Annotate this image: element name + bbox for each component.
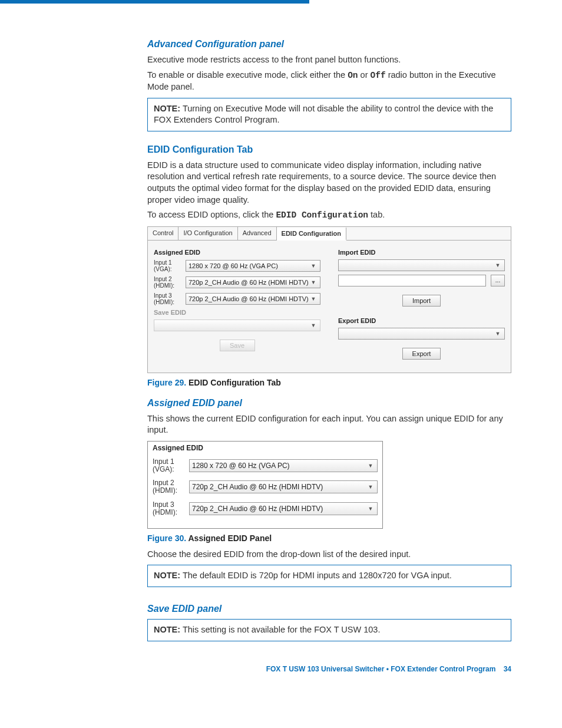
- right-column: Import EDID ▼ ... Import Export EDID: [338, 245, 505, 360]
- figure29-screenshot: Control I/O Configuration Advanced EDID …: [147, 226, 511, 373]
- panel30-dropdown-input3[interactable]: 720p 2_CH Audio @ 60 Hz (HDMI HDTV) ▼: [189, 502, 378, 515]
- panel30-label-input1: Input 1 (VGA):: [153, 458, 184, 473]
- text-edid-p2: To access EDID options, click the EDID C…: [147, 209, 511, 222]
- literal-edid-config: EDID Configuration: [276, 210, 368, 220]
- chevron-down-icon: ▼: [366, 484, 375, 490]
- export-button[interactable]: Export: [402, 348, 441, 360]
- chevron-down-icon: ▼: [309, 263, 318, 269]
- row-input1: Input 1 (VGA): 1280 x 720 @ 60 Hz (VGA P…: [154, 259, 320, 272]
- chevron-down-icon: ▼: [309, 322, 318, 328]
- panel30-row-input1: Input 1 (VGA): 1280 x 720 @ 60 Hz (VGA P…: [153, 458, 378, 473]
- note-label: NOTE:: [154, 104, 180, 113]
- note1-text: Turning on Executive Mode will not disab…: [154, 104, 493, 125]
- chevron-down-icon: ▼: [309, 279, 318, 285]
- group-export-edid: Export EDID: [338, 317, 505, 324]
- chevron-down-icon: ▼: [309, 296, 318, 302]
- chevron-down-icon: ▼: [494, 331, 502, 337]
- chevron-down-icon: ▼: [494, 262, 502, 268]
- panel30-dropdown-input1-value: 1280 x 720 @ 60 Hz (VGA PC): [192, 462, 366, 470]
- figure29-title: EDID Configuration Tab: [186, 378, 281, 387]
- browse-button[interactable]: ...: [491, 275, 505, 286]
- panel30-label-input2: Input 2 (HDMI):: [153, 479, 184, 495]
- figure29-number: Figure 29.: [147, 378, 186, 387]
- save-button: Save: [220, 340, 255, 351]
- page-content: Advanced Configuration panel Executive m…: [0, 39, 562, 697]
- text-adv-p2: To enable or disable executive mode, cli…: [147, 70, 511, 93]
- save-button-row: Save: [154, 340, 320, 351]
- label-input3: Input 3 (HDMI):: [154, 292, 181, 305]
- left-column: Assigned EDID Input 1 (VGA): 1280 x 720 …: [154, 245, 320, 360]
- dropdown-input3-value: 720p 2_CH Audio @ 60 Hz (HDMI HDTV): [189, 295, 309, 302]
- literal-off: Off: [371, 71, 386, 80]
- window-body: Assigned EDID Input 1 (VGA): 1280 x 720 …: [148, 241, 511, 373]
- text-adv-p2-a: To enable or disable executive mode, cli…: [147, 70, 348, 80]
- input-import-path[interactable]: [338, 275, 486, 286]
- heading-assigned-edid-panel: Assigned EDID panel: [147, 398, 511, 409]
- group-import-edid: Import EDID: [338, 249, 505, 256]
- dropdown-save-edid: ▼: [154, 319, 320, 331]
- note-default-edid: NOTE: The default EDID is 720p for HDMI …: [147, 565, 511, 587]
- footer-product: FOX T USW 103 Universal Switcher • FOX E…: [266, 665, 496, 673]
- panel30-dropdown-input2-value: 720p 2_CH Audio @ 60 Hz (HDMI HDTV): [192, 483, 366, 491]
- group-save-edid: Save EDID: [154, 309, 320, 316]
- import-button[interactable]: Import: [402, 295, 441, 307]
- row-save-combo: ▼: [154, 319, 320, 331]
- row-import-path: ...: [338, 275, 505, 286]
- text-assigned-p1: This shows the current EDID configuratio…: [147, 413, 511, 436]
- heading-save-edid-panel: Save EDID panel: [147, 604, 511, 614]
- tab-bar: Control I/O Configuration Advanced EDID …: [148, 227, 511, 241]
- row-export-combo: ▼: [338, 328, 505, 340]
- text-edid-p1: EDID is a data structure used to communi…: [147, 160, 511, 206]
- chevron-down-icon: ▼: [366, 463, 375, 469]
- tab-control[interactable]: Control: [148, 227, 178, 240]
- heading-edid-config-tab: EDID Configuration Tab: [147, 144, 511, 155]
- row-input2: Input 2 (HDMI): 720p 2_CH Audio @ 60 Hz …: [154, 276, 320, 289]
- label-input1: Input 1 (VGA):: [154, 259, 181, 272]
- tab-edid-configuration[interactable]: EDID Configuration: [277, 228, 346, 241]
- label-input2: Input 2 (HDMI):: [154, 276, 181, 289]
- panel30-row-input3: Input 3 (HDMI): 720p 2_CH Audio @ 60 Hz …: [153, 501, 378, 516]
- footer-page-number: 34: [504, 665, 511, 673]
- chevron-down-icon: ▼: [366, 506, 375, 512]
- text-edid-p2-a: To access EDID options, click the: [147, 210, 276, 219]
- figure30-number: Figure 30.: [147, 533, 186, 543]
- text-edid-p2-b: tab.: [368, 210, 385, 219]
- row-input3: Input 3 (HDMI): 720p 2_CH Audio @ 60 Hz …: [154, 292, 320, 305]
- note-label: NOTE:: [154, 571, 180, 580]
- figure30-title: Assigned EDID Panel: [186, 533, 272, 543]
- page-footer: FOX T USW 103 Universal Switcher • FOX E…: [147, 665, 511, 673]
- note-save-na: NOTE: This setting is not available for …: [147, 619, 511, 641]
- literal-on: On: [348, 71, 358, 80]
- figure29-caption: Figure 29. EDID Configuration Tab: [147, 378, 511, 387]
- panel30-dropdown-input1[interactable]: 1280 x 720 @ 60 Hz (VGA PC) ▼: [189, 459, 378, 472]
- text-adv-p1: Executive mode restricts access to the f…: [147, 54, 511, 66]
- heading-advanced-config: Advanced Configuration panel: [147, 39, 511, 50]
- row-import-combo: ▼: [338, 259, 505, 271]
- figure30-panel: Assigned EDID Input 1 (VGA): 1280 x 720 …: [147, 441, 383, 529]
- header-rule: [0, 0, 309, 4]
- tab-advanced[interactable]: Advanced: [238, 227, 277, 240]
- panel30-dropdown-input2[interactable]: 720p 2_CH Audio @ 60 Hz (HDMI HDTV) ▼: [189, 480, 378, 493]
- dropdown-input1-edid[interactable]: 1280 x 720 @ 60 Hz (VGA PC) ▼: [186, 260, 320, 272]
- note-label: NOTE:: [154, 625, 180, 634]
- dropdown-input3-edid[interactable]: 720p 2_CH Audio @ 60 Hz (HDMI HDTV) ▼: [186, 293, 320, 305]
- note3-text: This setting is not available for the FO…: [180, 625, 380, 634]
- dropdown-export-edid[interactable]: ▼: [338, 328, 505, 340]
- dropdown-input2-value: 720p 2_CH Audio @ 60 Hz (HDMI HDTV): [189, 279, 309, 286]
- panel30-label-input3: Input 3 (HDMI):: [153, 501, 184, 516]
- dropdown-input1-value: 1280 x 720 @ 60 Hz (VGA PC): [189, 262, 309, 269]
- panel30-dropdown-input3-value: 720p 2_CH Audio @ 60 Hz (HDMI HDTV): [192, 505, 366, 513]
- import-button-row: Import: [338, 295, 505, 307]
- tab-io-configuration[interactable]: I/O Configuration: [178, 227, 237, 240]
- note-executive-mode: NOTE: Turning on Executive Mode will not…: [147, 98, 511, 131]
- panel30-row-input2: Input 2 (HDMI): 720p 2_CH Audio @ 60 Hz …: [153, 479, 378, 495]
- dropdown-input2-edid[interactable]: 720p 2_CH Audio @ 60 Hz (HDMI HDTV) ▼: [186, 276, 320, 288]
- export-button-row: Export: [338, 348, 505, 360]
- dropdown-import-edid[interactable]: ▼: [338, 259, 505, 271]
- panel30-title: Assigned EDID: [153, 444, 378, 452]
- figure30-caption: Figure 30. Assigned EDID Panel: [147, 533, 511, 543]
- text-assigned-p2: Choose the desired EDID from the drop-do…: [147, 549, 511, 561]
- text-adv-p2-mid: or: [358, 70, 371, 80]
- note2-text: The default EDID is 720p for HDMI inputs…: [180, 571, 452, 580]
- group-assigned-edid: Assigned EDID: [154, 249, 320, 256]
